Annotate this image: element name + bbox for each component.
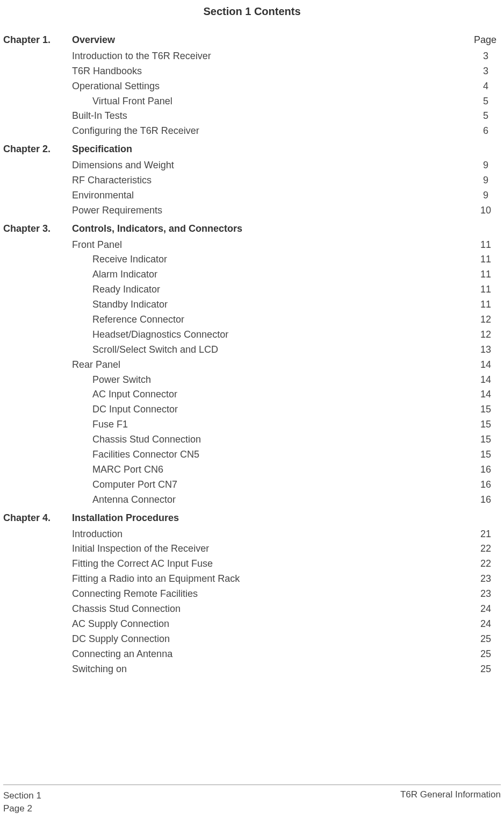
toc-entry-page: 21 (471, 527, 501, 542)
toc-entry-text: Switching on (72, 662, 471, 677)
toc-entry-page: 16 (471, 493, 501, 508)
toc-entry: Chassis Stud Connection15 (3, 432, 501, 447)
chapter-heading-row: Chapter 3.Controls, Indicators, and Conn… (3, 222, 501, 237)
toc-entry-page: 5 (471, 94, 501, 109)
toc-entry-page: 11 (471, 297, 501, 312)
footer-right: T6R General Information (400, 789, 501, 815)
toc-entry: DC Input Connector15 (3, 402, 501, 417)
toc-entry-text: Fuse F1 (92, 417, 471, 432)
toc-entry: Headset/Diagnostics Connector12 (3, 327, 501, 343)
toc-entry: Built-In Tests5 (3, 109, 501, 124)
toc-entry: DC Supply Connection25 (3, 632, 501, 647)
toc-entry-text: Configuring the T6R Receiver (72, 124, 471, 139)
toc-entry: Rear Panel14 (3, 358, 501, 373)
toc-entry-text: Environmental (72, 188, 471, 203)
toc-entry-text: Power Requirements (72, 203, 471, 218)
toc-entry-text: Alarm Indicator (92, 267, 471, 282)
toc-entry-page: 9 (471, 188, 501, 203)
chapter-label: Chapter 4. (3, 511, 72, 526)
toc-entry: Ready Indicator11 (3, 282, 501, 297)
toc-entry-page: 11 (471, 282, 501, 297)
toc-entry-page: 25 (471, 662, 501, 677)
chapter-title: Specification (72, 142, 501, 157)
table-of-contents: Chapter 1.OverviewPageIntroduction to th… (3, 33, 501, 676)
toc-entry-text: MARC Port CN6 (92, 462, 471, 477)
toc-entry-page: 14 (471, 373, 501, 388)
toc-entry-text: AC Input Connector (92, 387, 471, 402)
toc-entry-page: 15 (471, 402, 501, 417)
toc-entry-text: Initial Inspection of the Receiver (72, 541, 471, 557)
toc-entry: MARC Port CN616 (3, 462, 501, 477)
toc-entry: T6R Handbooks3 (3, 64, 501, 79)
toc-entry-page: 22 (471, 541, 501, 557)
toc-entry-page: 23 (471, 587, 501, 602)
toc-entry-page: 22 (471, 557, 501, 572)
toc-entry-text: Standby Indicator (92, 297, 471, 312)
toc-entry-text: Virtual Front Panel (92, 94, 471, 109)
toc-entry-text: Connecting Remote Facilities (72, 587, 471, 602)
chapter-title: Overview (72, 33, 471, 48)
toc-entry-text: Introduction (72, 527, 471, 542)
toc-entry-text: Fitting a Radio into an Equipment Rack (72, 572, 471, 587)
toc-entry-text: Headset/Diagnostics Connector (92, 327, 471, 343)
toc-entry: Fitting a Radio into an Equipment Rack23 (3, 572, 501, 587)
footer-section: Section 1 (3, 789, 41, 802)
toc-entry-page: 12 (471, 312, 501, 327)
document-title: Section 1 Contents (3, 5, 501, 18)
toc-entry: Switching on25 (3, 662, 501, 677)
chapter-label: Chapter 1. (3, 33, 72, 48)
toc-entry-page: 14 (471, 387, 501, 402)
toc-entry-text: T6R Handbooks (72, 64, 471, 79)
toc-entry-page: 5 (471, 109, 501, 124)
toc-entry: Fuse F115 (3, 417, 501, 432)
toc-entry: Standby Indicator11 (3, 297, 501, 312)
toc-entry: Power Requirements10 (3, 203, 501, 218)
toc-entry-page: 9 (471, 158, 501, 173)
chapter-heading-row: Chapter 2.Specification (3, 142, 501, 157)
toc-entry-page: 12 (471, 327, 501, 343)
toc-entry-page: 15 (471, 432, 501, 447)
toc-entry-text: Computer Port CN7 (92, 477, 471, 493)
toc-entry: Connecting an Antenna25 (3, 647, 501, 662)
toc-entry: AC Supply Connection24 (3, 617, 501, 632)
toc-entry-text: Connecting an Antenna (72, 647, 471, 662)
chapter-title: Controls, Indicators, and Connectors (72, 222, 501, 237)
toc-entry-page: 4 (471, 79, 501, 94)
toc-entry: Computer Port CN716 (3, 477, 501, 493)
toc-entry-page: 11 (471, 238, 501, 253)
toc-entry: Receive Indicator11 (3, 252, 501, 267)
toc-entry-text: DC Input Connector (92, 402, 471, 417)
toc-entry-page: 11 (471, 267, 501, 282)
toc-entry: Configuring the T6R Receiver6 (3, 124, 501, 139)
toc-entry-page: 3 (471, 64, 501, 79)
toc-entry-page: 25 (471, 632, 501, 647)
page-footer: Section 1 Page 2 T6R General Information (3, 785, 501, 815)
toc-entry-page: 3 (471, 49, 501, 64)
toc-entry-text: RF Characteristics (72, 173, 471, 188)
toc-entry: Antenna Connector16 (3, 493, 501, 508)
toc-entry: Facilities Connector CN515 (3, 447, 501, 462)
toc-entry: Connecting Remote Facilities23 (3, 587, 501, 602)
toc-entry-page: 6 (471, 124, 501, 139)
toc-entry: Power Switch14 (3, 373, 501, 388)
toc-entry-text: Operational Settings (72, 79, 471, 94)
toc-entry-page: 23 (471, 572, 501, 587)
toc-entry-page: 11 (471, 252, 501, 267)
toc-entry: Chassis Stud Connection24 (3, 602, 501, 617)
toc-entry-page: 16 (471, 477, 501, 493)
toc-entry: AC Input Connector14 (3, 387, 501, 402)
toc-entry: Operational Settings4 (3, 79, 501, 94)
toc-entry-page: 16 (471, 462, 501, 477)
toc-entry-page: 15 (471, 417, 501, 432)
toc-entry-text: Chassis Stud Connection (92, 432, 471, 447)
page-column-heading: Page (471, 33, 501, 48)
toc-entry-text: Built-In Tests (72, 109, 471, 124)
chapter-label: Chapter 2. (3, 142, 72, 157)
toc-entry-text: Introduction to the T6R Receiver (72, 49, 471, 64)
toc-entry-page: 24 (471, 602, 501, 617)
toc-entry: Initial Inspection of the Receiver22 (3, 541, 501, 557)
chapter-title: Installation Procedures (72, 511, 501, 526)
toc-entry-page: 9 (471, 173, 501, 188)
chapter-block: Chapter 3.Controls, Indicators, and Conn… (3, 222, 501, 508)
toc-entry-page: 10 (471, 203, 501, 218)
